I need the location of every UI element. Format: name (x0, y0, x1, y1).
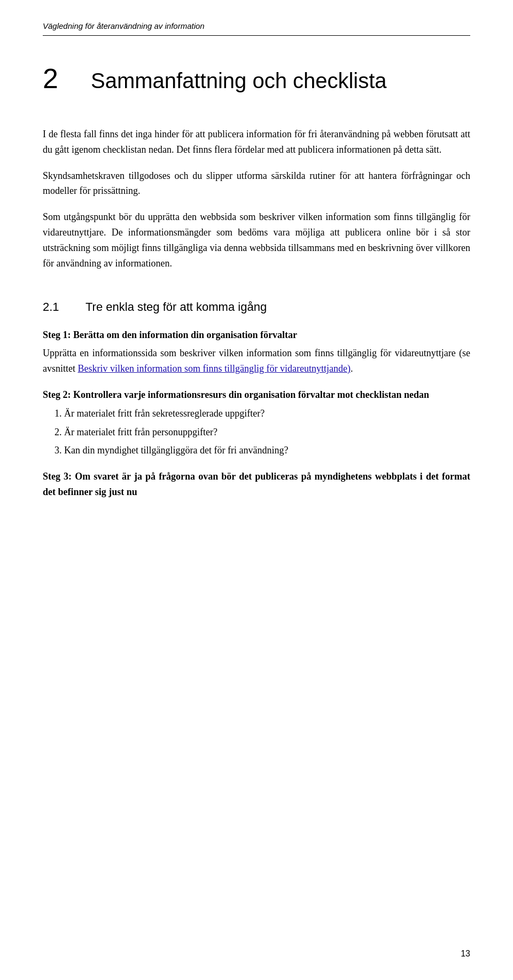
list-item: Är materialet fritt från personuppgifter… (64, 425, 470, 440)
page-number: 13 (461, 949, 470, 958)
step3-block: Steg 3: Om svaret är ja på frågorna ovan… (43, 469, 470, 500)
paragraph-2: Skyndsamhetskraven tillgodoses och du sl… (43, 168, 470, 199)
content-body: I de flesta fall finns det inga hinder f… (43, 127, 470, 500)
step3-heading: Steg 3: Om svaret är ja på frågorna ovan… (43, 469, 470, 500)
step2-block: Steg 2: Kontrollera varje informationsre… (43, 387, 470, 458)
paragraph-3: Som utgångspunkt bör du upprätta den web… (43, 209, 470, 271)
section-number: 2.1 (43, 297, 69, 316)
step1-link[interactable]: Beskriv vilken information som finns til… (78, 363, 351, 374)
section-heading: 2.1 Tre enkla steg för att komma igång (43, 297, 470, 316)
step1-block: Steg 1: Berätta om den information din o… (43, 327, 470, 377)
page-container: Vägledning för återanvändning av informa… (0, 0, 513, 980)
list-item: Är materialet fritt från sekretessregler… (64, 406, 470, 421)
step2-list: Är materialet fritt från sekretessregler… (64, 406, 470, 458)
step1-heading: Steg 1: Berätta om den information din o… (43, 327, 470, 343)
list-item: Kan din myndighet tillgängliggöra det fö… (64, 443, 470, 458)
section-title: Tre enkla steg för att komma igång (86, 297, 267, 316)
chapter-heading: 2 Sammanfattning och checklista (43, 62, 470, 95)
page-footer: 13 (461, 949, 470, 959)
chapter-number: 2 (43, 62, 75, 95)
header-bar: Vägledning för återanvändning av informa… (43, 21, 470, 36)
paragraph-1: I de flesta fall finns det inga hinder f… (43, 127, 470, 158)
chapter-title: Sammanfattning och checklista (91, 68, 387, 93)
step2-heading: Steg 2: Kontrollera varje informationsre… (43, 387, 470, 403)
step1-text2: . (351, 363, 353, 374)
header-title: Vägledning för återanvändning av informa… (43, 21, 205, 30)
